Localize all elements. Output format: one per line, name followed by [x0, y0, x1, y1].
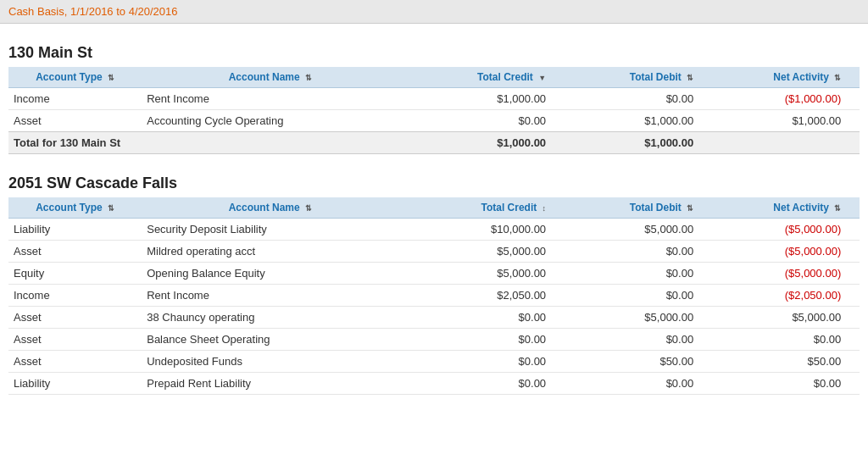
col-header-account-name-2[interactable]: Account Name ⇅ — [142, 197, 398, 219]
date-range: 1/1/2016 to 4/20/2016 — [70, 5, 178, 18]
section-2-title: 2051 SW Cascade Falls — [8, 175, 860, 192]
total-net-activity — [698, 132, 846, 154]
table-row: Income Rent Income $2,050.00 $0.00 ($2,0… — [8, 285, 860, 307]
cell-account-name: Rent Income — [142, 88, 398, 110]
cell-account-name: Opening Balance Equity — [142, 263, 398, 285]
sort-icon-total-debit-1: ⇅ — [687, 74, 693, 82]
cell-net-activity: ($5,000.00) — [698, 263, 846, 285]
cell-net-activity: $50.00 — [698, 351, 846, 373]
table-row: Income Rent Income $1,000.00 $0.00 ($1,0… — [8, 88, 860, 110]
sort-icon-account-name-2: ⇅ — [305, 204, 312, 213]
cell-total-debit: $0.00 — [551, 263, 698, 285]
cell-account-name: Mildred operating acct — [142, 241, 398, 263]
cell-net-activity: $0.00 — [698, 373, 846, 395]
cell-account-type: Asset — [8, 351, 142, 373]
cell-account-type: Asset — [8, 329, 142, 351]
table-row: Asset Accounting Cycle Operating $0.00 $… — [8, 110, 860, 132]
cell-total-debit: $0.00 — [551, 241, 698, 263]
cell-total-debit: $0.00 — [551, 373, 698, 395]
cell-account-name: Security Deposit Liability — [142, 219, 398, 241]
sort-icon-account-name-1: ⇅ — [305, 74, 312, 82]
col-header-total-debit-1[interactable]: Total Debit ⇅ — [551, 67, 698, 88]
section-1-header-row: Account Type ⇅ Account Name ⇅ Total Cred… — [8, 67, 860, 88]
section-1-table: Account Type ⇅ Account Name ⇅ Total Cred… — [8, 67, 860, 154]
cell-net-activity: $5,000.00 — [698, 307, 846, 329]
cell-total-credit: $5,000.00 — [398, 263, 551, 285]
section-2-table: Account Type ⇅ Account Name ⇅ Total Cred… — [8, 197, 860, 395]
table-row: Liability Prepaid Rent Liability $0.00 $… — [8, 373, 860, 395]
total-debit: $1,000.00 — [551, 132, 698, 154]
sort-icon-net-activity-1: ⇅ — [834, 74, 841, 82]
cell-total-debit: $0.00 — [551, 329, 698, 351]
section-1: 130 Main St Account Type ⇅ Account Name … — [8, 44, 860, 154]
sort-icon-total-debit-2: ⇅ — [687, 204, 693, 213]
cell-total-credit: $5,000.00 — [398, 241, 551, 263]
col-header-net-activity-1[interactable]: Net Activity ⇅ — [698, 67, 846, 88]
col-header-total-credit-1[interactable]: Total Credit ▼ — [398, 67, 551, 88]
table-row: Equity Opening Balance Equity $5,000.00 … — [8, 263, 860, 285]
col-header-total-debit-2[interactable]: Total Debit ⇅ — [551, 197, 698, 219]
cell-net-activity: ($2,050.00) — [698, 285, 846, 307]
col-header-extra-2 — [846, 197, 860, 219]
cell-account-name: Prepaid Rent Liability — [142, 373, 398, 395]
cell-total-debit: $0.00 — [551, 285, 698, 307]
cell-account-name: Undeposited Funds — [142, 351, 398, 373]
cell-account-type: Asset — [8, 307, 142, 329]
cell-net-activity: $1,000.00 — [698, 110, 846, 132]
cell-account-type: Income — [8, 88, 142, 110]
table-row: Asset Mildred operating acct $5,000.00 $… — [8, 241, 860, 263]
cell-net-activity: ($5,000.00) — [698, 241, 846, 263]
top-bar: Cash Basis, 1/1/2016 to 4/20/2016 — [0, 0, 868, 24]
cell-total-debit: $1,000.00 — [551, 110, 698, 132]
cell-account-name: Accounting Cycle Operating — [142, 110, 398, 132]
cell-total-debit: $0.00 — [551, 88, 698, 110]
total-label: Total for 130 Main St — [8, 132, 142, 154]
cell-account-type: Income — [8, 285, 142, 307]
cell-account-name: 38 Chauncy operating — [142, 307, 398, 329]
cell-total-credit: $0.00 — [398, 351, 551, 373]
cell-total-credit: $0.00 — [398, 329, 551, 351]
table-row: Asset Balance Sheet Operating $0.00 $0.0… — [8, 329, 860, 351]
total-row: Total for 130 Main St $1,000.00 $1,000.0… — [8, 132, 860, 154]
sort-icon-total-credit-2: ↕ — [542, 204, 547, 213]
cell-net-activity: ($1,000.00) — [698, 88, 846, 110]
cell-account-name: Rent Income — [142, 285, 398, 307]
sort-icon-total-credit-1: ▼ — [538, 74, 546, 82]
cell-total-credit: $1,000.00 — [398, 88, 551, 110]
col-header-net-activity-2[interactable]: Net Activity ⇅ — [698, 197, 846, 219]
cell-total-credit: $0.00 — [398, 110, 551, 132]
cell-total-debit: $5,000.00 — [551, 219, 698, 241]
cell-total-credit: $2,050.00 — [398, 285, 551, 307]
table-row: Asset 38 Chauncy operating $0.00 $5,000.… — [8, 307, 860, 329]
cell-total-credit: $0.00 — [398, 373, 551, 395]
col-header-account-name-1[interactable]: Account Name ⇅ — [142, 67, 398, 88]
col-header-total-credit-2[interactable]: Total Credit ↕ — [398, 197, 551, 219]
cell-account-type: Asset — [8, 241, 142, 263]
cell-account-type: Equity — [8, 263, 142, 285]
cell-net-activity: ($5,000.00) — [698, 219, 846, 241]
cell-total-debit: $5,000.00 — [551, 307, 698, 329]
sort-icon-account-type-2: ⇅ — [108, 204, 114, 213]
sort-icon-account-type-1: ⇅ — [108, 74, 114, 82]
top-bar-label: Cash Basis, — [8, 5, 70, 18]
section-2: 2051 SW Cascade Falls Account Type ⇅ Acc… — [8, 175, 860, 395]
cell-total-credit: $10,000.00 — [398, 219, 551, 241]
table-row: Asset Undeposited Funds $0.00 $50.00 $50… — [8, 351, 860, 373]
col-header-account-type-1[interactable]: Account Type ⇅ — [8, 67, 142, 88]
cell-total-credit: $0.00 — [398, 307, 551, 329]
col-header-extra-1 — [846, 67, 860, 88]
section-2-header-row: Account Type ⇅ Account Name ⇅ Total Cred… — [8, 197, 860, 219]
total-credit: $1,000.00 — [398, 132, 551, 154]
cell-account-name: Balance Sheet Operating — [142, 329, 398, 351]
cell-account-type: Liability — [8, 219, 142, 241]
cell-net-activity: $0.00 — [698, 329, 846, 351]
section-1-title: 130 Main St — [8, 44, 860, 62]
cell-account-type: Asset — [8, 110, 142, 132]
cell-account-type: Liability — [8, 373, 142, 395]
table-row: Liability Security Deposit Liability $10… — [8, 219, 860, 241]
cell-total-debit: $50.00 — [551, 351, 698, 373]
col-header-account-type-2[interactable]: Account Type ⇅ — [8, 197, 142, 219]
sort-icon-net-activity-2: ⇅ — [834, 204, 841, 213]
